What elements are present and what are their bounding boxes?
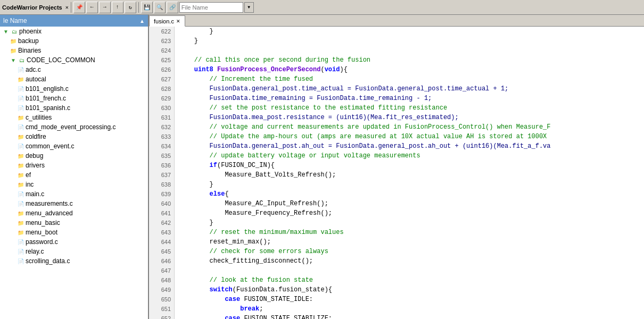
tree-item-phoenix[interactable]: ▼ 🗂 phoenix [0,27,148,36]
tree-item-main-c[interactable]: 📄 main.c [0,189,148,199]
scroll-up-icon[interactable]: ▲ [139,18,145,24]
tree-item-b101-spanish[interactable]: 📄 b101_spanish.c [0,103,148,113]
line-num-624: 624 [149,46,174,55]
tree-item-debug[interactable]: 📁 debug [0,151,148,161]
tree-item-menu-basic[interactable]: 📁 menu_basic [0,218,148,228]
file-icon-password: 📄 [17,238,24,246]
line-num-642: 642 [149,218,174,228]
tree-label-coldfire: coldfire [26,133,46,140]
code-content[interactable]: } } // call this once per second during … [175,27,644,319]
tree-label-adc-c: adc.c [26,66,41,73]
separator-2 [138,2,139,13]
code-line-645: // check for some errors always [179,247,644,256]
code-line-623: } [179,36,644,46]
tree-label-password-c: password.c [26,238,58,246]
find-button[interactable]: 🔍 [154,2,166,13]
tree-label-menu-boot: menu_boot [26,229,57,236]
code-line-636: if(FUSION_DC_IN){ [179,161,644,170]
tree-label-backup: backup [18,37,39,45]
forward-button[interactable]: → [99,2,111,13]
tree-item-relay-c[interactable]: 📄 relay.c [0,247,148,256]
line-num-647: 647 [149,266,174,275]
tab-close-icon[interactable]: ✕ [176,19,180,24]
tree-item-b101-english[interactable]: 📄 b101_english.c [0,84,148,94]
line-num-629: 629 [149,94,174,103]
folder-icon-coldfire: 📁 [17,133,24,140]
line-num-632: 632 [149,122,174,132]
folder-icon-menu-advanced: 📁 [17,209,24,217]
tree-item-backup[interactable]: 📁 backup [0,36,148,46]
folder-icon-menu-boot: 📁 [17,229,24,236]
tree-item-drivers[interactable]: 📁 drivers [0,161,148,170]
pin-button[interactable]: 📌 [73,2,85,13]
link-button[interactable]: 🔗 [167,2,178,13]
file-icon-b101-spanish: 📄 [17,104,24,112]
search-input[interactable] [179,2,243,13]
code-line-635: // update battery voltage or input volta… [179,151,644,161]
line-num-626: 626 [149,65,174,74]
folder-icon-menu-basic: 📁 [17,219,24,226]
line-num-622: 622 [149,27,174,36]
line-num-634: 634 [149,141,174,151]
tree-label-b101-spanish: b101_spanish.c [26,104,70,112]
code-line-628: FusionData.general_post.time_actual = Fu… [179,84,644,94]
tree-item-menu-boot[interactable]: 📁 menu_boot [0,228,148,237]
tree-item-code-loc-common[interactable]: ▼ 🗂 CODE_LOC_COMMON [0,55,148,65]
tree-item-menu-advanced[interactable]: 📁 menu_advanced [0,208,148,218]
toolbar-label: CodeWarrior Projects [2,4,62,11]
tab-fusion-c[interactable]: fusion.c ✕ [149,15,185,27]
line-num-630: 630 [149,103,174,113]
line-num-644: 644 [149,237,174,247]
folder-icon-binaries: 📁 [10,47,17,54]
folder-icon-ef: 📁 [17,171,24,179]
code-line-626: uint8 FusionProcess_OncePerSecond(void){ [179,65,644,74]
file-icon-common-event: 📄 [17,142,24,150]
up-button[interactable]: ↑ [112,2,123,13]
line-num-640: 640 [149,199,174,208]
file-tree-header-label: le Name [3,17,27,24]
close-icon[interactable]: ✕ [65,4,69,11]
code-line-644: reset_min_max(); [179,237,644,247]
code-line-639: else{ [179,189,644,199]
tree-item-ef[interactable]: 📁 ef [0,170,148,180]
tree-item-binaries[interactable]: 📁 Binaries [0,46,148,55]
back-button[interactable]: ← [86,2,98,13]
line-num-638: 638 [149,180,174,189]
tree-item-scrolling-data-c[interactable]: 📄 scrolling_data.c [0,256,148,266]
tree-item-adc-c[interactable]: 📄 adc.c [0,65,148,74]
file-tree[interactable]: ▼ 🗂 phoenix 📁 backup 📁 Binaries ▼ 🗂 CODE… [0,27,148,319]
line-num-645: 645 [149,247,174,256]
tree-label-b101-french: b101_french.c [26,95,66,102]
tree-item-cmd-mode[interactable]: 📄 cmd_mode_event_processing.c [0,122,148,132]
code-line-625: // call this once per second during the … [179,55,644,65]
tree-item-b101-french[interactable]: 📄 b101_french.c [0,94,148,103]
file-icon-b101-french: 📄 [17,95,24,102]
main-layout: le Name ▲ ▼ 🗂 phoenix 📁 backup 📁 Binarie… [0,15,644,319]
line-num-648: 648 [149,275,174,285]
code-line-649: switch(FusionData.fusion_state){ [179,285,644,295]
tree-item-autocal[interactable]: 📁 autocal [0,74,148,84]
tree-item-inc[interactable]: 📁 inc [0,180,148,189]
code-line-627: // Increment the time fused [179,74,644,84]
line-num-631: 631 [149,113,174,122]
line-num-636: 636 [149,161,174,170]
line-num-646: 646 [149,256,174,266]
tree-label-drivers: drivers [26,162,45,169]
code-line-652: case FUSION_STATE_STABILIZE: [179,314,644,319]
search-dropdown[interactable]: ▼ [244,2,254,13]
line-num-625: 625 [149,55,174,65]
refresh-button[interactable]: ↻ [125,2,136,13]
tree-item-password-c[interactable]: 📄 password.c [0,237,148,247]
code-line-651: break; [179,304,644,314]
folder-icon-inc: 📁 [17,181,24,188]
tree-item-coldfire[interactable]: 📁 coldfire [0,132,148,141]
code-line-647 [179,266,644,275]
tree-item-common-event[interactable]: 📄 common_event.c [0,141,148,151]
code-line-648: // look at the fusion state [179,275,644,285]
line-num-652: 652 [149,314,174,319]
tree-item-c-utilities[interactable]: 📁 c_utilities [0,113,148,122]
save-button[interactable]: 💾 [141,2,153,13]
tree-item-measurements[interactable]: 📄 measurements.c [0,199,148,208]
tree-label-phoenix: phoenix [19,28,42,35]
tree-label-common-event: common_event.c [26,142,74,150]
